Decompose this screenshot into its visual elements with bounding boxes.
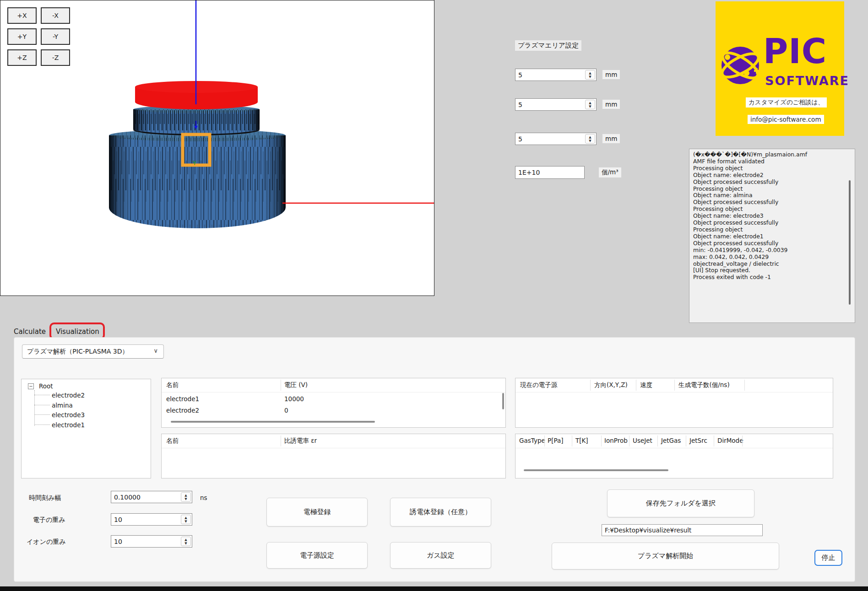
plasma-size-z-spinner[interactable]: ▲ ▼ (585, 134, 595, 144)
tree-branch-line (34, 405, 50, 405)
timestep-spinner[interactable]: ▲ ▼ (181, 492, 191, 502)
spin-up-icon[interactable]: ▲ (589, 71, 591, 75)
spin-down-icon[interactable]: ▼ (589, 75, 591, 79)
tree-guide-line (34, 390, 35, 426)
save-path-input[interactable]: F:¥Desktop¥visualize¥result (602, 524, 763, 536)
spin-up-icon[interactable]: ▲ (184, 538, 187, 542)
plasma-size-z-unit: mm (602, 134, 620, 143)
gas-settings-button[interactable]: ガス設定 (390, 542, 491, 569)
log-line: [UI] Stop requested. (693, 267, 845, 274)
electron-weight-label: 電子の重み (33, 516, 65, 524)
column-header: JetGas (661, 437, 681, 444)
dielectric-table[interactable]: 名前 比誘電率 εr (161, 434, 506, 478)
spin-up-icon[interactable]: ▲ (184, 494, 187, 497)
column-header: 比誘電率 εr (284, 437, 317, 445)
window-bottom-edge (0, 586, 868, 591)
column-separator (281, 435, 281, 446)
column-header: DirMode (717, 437, 743, 444)
tab-calculate[interactable]: Calculate (14, 328, 46, 336)
electron-weight-input[interactable]: 10 ▲ ▼ (111, 513, 192, 526)
plasma-size-y-input[interactable]: 5 ▲ ▼ (515, 98, 597, 111)
electron-source-settings-button[interactable]: 電子源設定 (266, 542, 368, 569)
ion-weight-spinner[interactable]: ▲ ▼ (181, 537, 191, 546)
plasma-size-x-spinner[interactable]: ▲ ▼ (585, 70, 595, 80)
analysis-type-value: プラズマ解析（PIC-PLASMA 3D） (27, 348, 129, 356)
plasma-area-settings-title: プラズマエリア設定 (515, 40, 581, 51)
object-tree[interactable]: − Root electrode2 almina electrode3 elec… (21, 379, 151, 478)
column-separator (742, 435, 743, 446)
column-header: 生成電子数(個/ns) (678, 381, 730, 389)
analysis-type-select[interactable]: プラズマ解析（PIC-PLASMA 3D） ∨ (22, 344, 164, 359)
tree-item-electrode2[interactable]: electrode2 (52, 392, 85, 399)
horizontal-scrollbar[interactable] (171, 421, 375, 423)
dielectric-register-button[interactable]: 誘電体登録（任意） (390, 498, 491, 527)
tree-item-electrode1[interactable]: electrode1 (52, 421, 85, 429)
log-line: Object name: electrode3 (693, 213, 845, 220)
column-header: 名前 (166, 381, 179, 389)
spin-up-icon[interactable]: ▲ (589, 135, 591, 139)
spin-down-icon[interactable]: ▼ (589, 139, 591, 143)
gas-table[interactable]: GasType P[Pa] T[K] IonProb UseJet JetGas… (515, 434, 833, 478)
column-separator (686, 435, 686, 446)
column-header: GasType (519, 437, 545, 444)
plasma-density-input[interactable]: 1E+10 (515, 166, 585, 179)
log-line: Processing object (693, 165, 845, 172)
ion-weight-value: 10 (114, 538, 122, 545)
view-minus-x-button[interactable]: -X (41, 7, 70, 24)
view-plus-x-button[interactable]: +X (7, 7, 37, 24)
horizontal-scrollbar[interactable] (524, 469, 668, 471)
table-cell[interactable]: electrode2 (166, 407, 199, 414)
tree-collapse-icon[interactable]: − (28, 383, 34, 389)
spin-up-icon[interactable]: ▲ (184, 516, 187, 520)
timestep-value: 0.10000 (114, 494, 141, 501)
header-divider (515, 448, 833, 448)
ion-weight-input[interactable]: 10 ▲ ▼ (111, 535, 192, 548)
select-save-folder-button[interactable]: 保存先フォルダを選択 (607, 489, 754, 517)
electron-weight-spinner[interactable]: ▲ ▼ (181, 515, 191, 524)
view-plus-y-button[interactable]: +Y (7, 28, 37, 45)
column-separator (601, 435, 602, 446)
timestep-input[interactable]: 0.10000 ▲ ▼ (111, 491, 192, 503)
plasma-size-x-input[interactable]: 5 ▲ ▼ (515, 69, 597, 81)
log-line: Object processed successfully (693, 179, 845, 186)
view-minus-y-button[interactable]: -Y (41, 28, 70, 45)
electrode-register-button[interactable]: 電極登録 (266, 498, 368, 527)
timestep-unit: ns (200, 494, 207, 501)
process-log[interactable]: (�x���`�]�[�N)¥m_plasmaion.amf AMF file … (689, 149, 855, 323)
column-separator (629, 435, 629, 446)
column-header: 名前 (166, 437, 179, 445)
ion-weight-label: イオンの重み (27, 538, 66, 546)
plasma-size-x-unit: mm (602, 70, 620, 79)
viewport-3d[interactable]: Y +X -X +Y -Y +Z -Z (0, 0, 434, 296)
logo-contact-text: カスタマイズのご相談は、 (746, 97, 827, 107)
spin-down-icon[interactable]: ▼ (184, 497, 187, 501)
vertical-scrollbar[interactable] (502, 393, 504, 409)
table-cell[interactable]: electrode1 (166, 395, 199, 403)
table-cell[interactable]: 0 (284, 407, 288, 414)
tree-branch-line (34, 414, 50, 415)
column-separator (281, 380, 281, 391)
plasma-size-y-spinner[interactable]: ▲ ▼ (585, 100, 595, 109)
plasma-size-z-input[interactable]: 5 ▲ ▼ (515, 133, 597, 145)
tree-item-electrode3[interactable]: electrode3 (52, 411, 85, 419)
tab-visualization[interactable]: Visualization (56, 328, 99, 336)
column-separator (636, 380, 636, 391)
base-cylinder (109, 129, 286, 228)
spin-up-icon[interactable]: ▲ (589, 101, 591, 105)
view-plus-z-button[interactable]: +Z (7, 49, 37, 66)
tree-item-almina[interactable]: almina (52, 402, 73, 409)
electron-source-table[interactable]: 現在の電子源 方向(X,Y,Z) 速度 生成電子数(個/ns) (515, 378, 833, 428)
table-cell[interactable]: 10000 (284, 395, 304, 403)
spin-down-icon[interactable]: ▼ (184, 520, 187, 523)
stop-button[interactable]: 停止 (814, 550, 842, 566)
electrode-voltage-table[interactable]: 名前 電圧 (V) electrode1 10000 electrode2 0 (161, 378, 506, 428)
log-scrollbar[interactable] (849, 180, 851, 305)
spin-down-icon[interactable]: ▼ (589, 105, 591, 108)
log-line: Object processed successfully (693, 220, 845, 226)
start-analysis-button[interactable]: プラズマ解析開始 (552, 543, 779, 570)
tree-item-root[interactable]: Root (39, 382, 53, 390)
plasma-size-x-value: 5 (518, 71, 522, 79)
log-line: (�x���`�]�[�N)¥m_plasmaion.amf (693, 151, 845, 158)
view-minus-z-button[interactable]: -Z (41, 49, 70, 66)
spin-down-icon[interactable]: ▼ (184, 542, 187, 545)
